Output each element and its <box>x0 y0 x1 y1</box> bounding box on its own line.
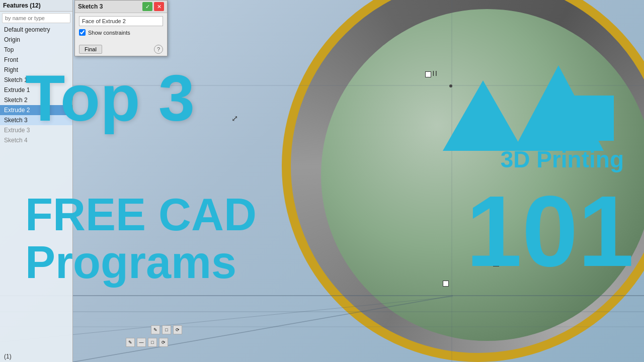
show-constraints-row: Show constraints <box>79 29 163 36</box>
dialog-ok-button[interactable]: ✓ <box>142 2 152 11</box>
dialog-titlebar: Sketch 3 ✓ ✕ <box>75 1 167 13</box>
subtitle-line2: Programs <box>25 237 236 288</box>
tree-item[interactable]: Origin <box>0 35 72 45</box>
toolbar-icon-square2[interactable]: □ <box>148 338 157 347</box>
badge-3d-printing: 3D Printing <box>501 146 624 173</box>
cad-line-marker: | | <box>433 70 437 76</box>
help-icon[interactable]: ? <box>154 45 163 54</box>
triangle-left <box>443 80 523 151</box>
tree-item[interactable]: Top <box>0 45 72 55</box>
toolbar-icon-pencil2[interactable]: ✎ <box>126 338 135 347</box>
dialog-footer: Final ? <box>75 43 167 56</box>
search-input[interactable] <box>2 13 70 23</box>
toolbar-icon-rotate2[interactable]: ⟳ <box>159 338 168 347</box>
panel-footer: (1) <box>0 351 16 362</box>
bottom-toolbar-2: ✎ — □ ⟳ <box>126 338 168 347</box>
overlay-title: Top 3 <box>25 65 195 131</box>
cad-handle-3[interactable] <box>443 281 449 287</box>
subtitle-line1: FREE CAD <box>25 190 257 240</box>
toolbar-icon-pencil[interactable]: ✎ <box>151 325 160 334</box>
dialog-close-button[interactable]: ✕ <box>154 2 164 11</box>
show-constraints-checkbox[interactable] <box>79 29 86 36</box>
sketch-face-field[interactable] <box>79 16 163 26</box>
overlay-subtitle: FREE CAD Programs <box>25 191 257 286</box>
dialog-body: Show constraints <box>75 13 167 43</box>
dialog-title: Sketch 3 <box>78 3 103 10</box>
square-badge <box>558 96 614 141</box>
cad-handle-1[interactable] <box>425 71 431 77</box>
toolbar-icon-line[interactable]: — <box>137 338 146 347</box>
left-panel: Features (12) Default geometryOriginTopF… <box>0 0 73 362</box>
tree-item[interactable]: Sketch 4 <box>0 135 72 145</box>
badge-101: 101 <box>466 181 634 282</box>
tree-item[interactable]: Default geometry <box>0 25 72 35</box>
move-icon[interactable]: ⤢ <box>231 114 238 123</box>
bottom-toolbar-1: ✎ □ ⟳ <box>151 325 182 334</box>
show-constraints-label: Show constraints <box>88 30 130 36</box>
panel-header: Features (12) <box>0 0 72 12</box>
toolbar-icon-square[interactable]: □ <box>162 325 171 334</box>
final-button[interactable]: Final <box>79 45 102 54</box>
toolbar-icon-rotate[interactable]: ⟳ <box>173 325 182 334</box>
sketch-dialog: Sketch 3 ✓ ✕ Show constraints Final ? <box>74 0 168 56</box>
